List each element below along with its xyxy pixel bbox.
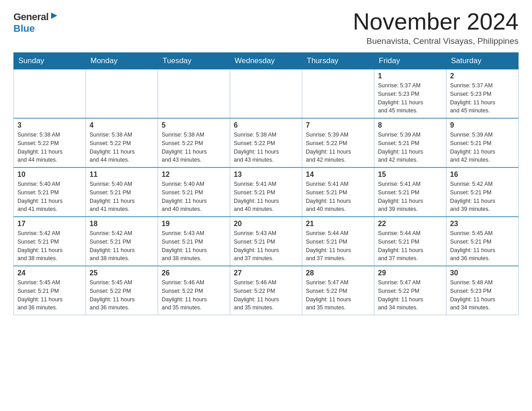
day-number: 20 bbox=[234, 220, 298, 228]
day-info: Sunrise: 5:42 AM Sunset: 5:21 PM Dayligh… bbox=[17, 229, 82, 263]
calendar-day-cell bbox=[86, 69, 158, 119]
calendar-header-row: SundayMondayTuesdayWednesdayThursdayFrid… bbox=[14, 53, 519, 69]
calendar-day-cell bbox=[230, 69, 302, 119]
calendar-day-cell: 5Sunrise: 5:38 AM Sunset: 5:22 PM Daylig… bbox=[158, 118, 230, 167]
calendar-day-cell: 20Sunrise: 5:43 AM Sunset: 5:21 PM Dayli… bbox=[230, 217, 302, 266]
calendar-day-cell: 29Sunrise: 5:47 AM Sunset: 5:22 PM Dayli… bbox=[374, 266, 446, 315]
day-number: 9 bbox=[450, 121, 515, 129]
day-info: Sunrise: 5:48 AM Sunset: 5:23 PM Dayligh… bbox=[450, 278, 515, 312]
day-number: 12 bbox=[162, 171, 226, 179]
day-number: 11 bbox=[90, 171, 154, 179]
column-header-saturday: Saturday bbox=[446, 53, 519, 69]
calendar-day-cell: 14Sunrise: 5:41 AM Sunset: 5:21 PM Dayli… bbox=[302, 167, 374, 217]
day-info: Sunrise: 5:39 AM Sunset: 5:21 PM Dayligh… bbox=[378, 131, 442, 164]
calendar-day-cell: 22Sunrise: 5:44 AM Sunset: 5:21 PM Dayli… bbox=[374, 217, 446, 266]
day-number: 8 bbox=[378, 121, 442, 129]
day-number: 22 bbox=[378, 220, 442, 228]
day-number: 2 bbox=[450, 72, 515, 80]
day-info: Sunrise: 5:45 AM Sunset: 5:21 PM Dayligh… bbox=[450, 229, 515, 263]
day-info: Sunrise: 5:45 AM Sunset: 5:22 PM Dayligh… bbox=[90, 278, 154, 312]
day-info: Sunrise: 5:44 AM Sunset: 5:21 PM Dayligh… bbox=[306, 229, 370, 263]
day-number: 25 bbox=[90, 269, 154, 277]
calendar-day-cell: 8Sunrise: 5:39 AM Sunset: 5:21 PM Daylig… bbox=[374, 118, 446, 167]
day-number: 5 bbox=[162, 121, 226, 129]
day-info: Sunrise: 5:38 AM Sunset: 5:22 PM Dayligh… bbox=[17, 131, 82, 164]
logo: General Blue bbox=[13, 9, 59, 34]
column-header-tuesday: Tuesday bbox=[158, 53, 230, 69]
calendar-day-cell: 10Sunrise: 5:40 AM Sunset: 5:21 PM Dayli… bbox=[14, 167, 86, 217]
day-info: Sunrise: 5:44 AM Sunset: 5:21 PM Dayligh… bbox=[378, 229, 442, 263]
day-info: Sunrise: 5:40 AM Sunset: 5:21 PM Dayligh… bbox=[162, 180, 226, 214]
calendar-week-row: 17Sunrise: 5:42 AM Sunset: 5:21 PM Dayli… bbox=[14, 217, 519, 266]
day-info: Sunrise: 5:39 AM Sunset: 5:21 PM Dayligh… bbox=[450, 131, 515, 164]
calendar-day-cell: 7Sunrise: 5:39 AM Sunset: 5:22 PM Daylig… bbox=[302, 118, 374, 167]
calendar-day-cell bbox=[302, 69, 374, 119]
day-info: Sunrise: 5:41 AM Sunset: 5:21 PM Dayligh… bbox=[234, 180, 298, 214]
calendar-day-cell: 16Sunrise: 5:42 AM Sunset: 5:21 PM Dayli… bbox=[446, 167, 519, 217]
day-info: Sunrise: 5:39 AM Sunset: 5:22 PM Dayligh… bbox=[306, 131, 370, 164]
day-info: Sunrise: 5:38 AM Sunset: 5:22 PM Dayligh… bbox=[90, 131, 154, 164]
calendar-day-cell: 2Sunrise: 5:37 AM Sunset: 5:23 PM Daylig… bbox=[446, 69, 519, 119]
calendar-table: SundayMondayTuesdayWednesdayThursdayFrid… bbox=[13, 52, 519, 315]
day-info: Sunrise: 5:47 AM Sunset: 5:22 PM Dayligh… bbox=[306, 278, 370, 312]
day-number: 24 bbox=[17, 269, 82, 277]
month-title: November 2024 bbox=[353, 9, 519, 34]
day-number: 15 bbox=[378, 171, 442, 179]
logo-blue-text: Blue bbox=[13, 23, 35, 34]
day-number: 21 bbox=[306, 220, 370, 228]
calendar-day-cell: 12Sunrise: 5:40 AM Sunset: 5:21 PM Dayli… bbox=[158, 167, 230, 217]
calendar-day-cell: 21Sunrise: 5:44 AM Sunset: 5:21 PM Dayli… bbox=[302, 217, 374, 266]
calendar-week-row: 3Sunrise: 5:38 AM Sunset: 5:22 PM Daylig… bbox=[14, 118, 519, 167]
calendar-day-cell bbox=[158, 69, 230, 119]
day-number: 17 bbox=[17, 220, 82, 228]
page-header: General Blue November 2024 Buenavista, C… bbox=[13, 9, 519, 46]
day-info: Sunrise: 5:47 AM Sunset: 5:22 PM Dayligh… bbox=[378, 278, 442, 312]
day-info: Sunrise: 5:37 AM Sunset: 5:23 PM Dayligh… bbox=[378, 81, 442, 115]
calendar-day-cell: 24Sunrise: 5:45 AM Sunset: 5:21 PM Dayli… bbox=[14, 266, 86, 315]
day-number: 19 bbox=[162, 220, 226, 228]
day-info: Sunrise: 5:46 AM Sunset: 5:22 PM Dayligh… bbox=[234, 278, 298, 312]
column-header-wednesday: Wednesday bbox=[230, 53, 302, 69]
day-info: Sunrise: 5:45 AM Sunset: 5:21 PM Dayligh… bbox=[17, 278, 82, 312]
day-info: Sunrise: 5:42 AM Sunset: 5:21 PM Dayligh… bbox=[90, 229, 154, 263]
day-info: Sunrise: 5:41 AM Sunset: 5:21 PM Dayligh… bbox=[378, 180, 442, 214]
day-number: 1 bbox=[378, 72, 442, 80]
calendar-day-cell: 15Sunrise: 5:41 AM Sunset: 5:21 PM Dayli… bbox=[374, 167, 446, 217]
calendar-day-cell: 17Sunrise: 5:42 AM Sunset: 5:21 PM Dayli… bbox=[14, 217, 86, 266]
day-info: Sunrise: 5:41 AM Sunset: 5:21 PM Dayligh… bbox=[306, 180, 370, 214]
day-number: 13 bbox=[234, 171, 298, 179]
day-number: 18 bbox=[90, 220, 154, 228]
day-info: Sunrise: 5:43 AM Sunset: 5:21 PM Dayligh… bbox=[162, 229, 226, 263]
calendar-day-cell: 9Sunrise: 5:39 AM Sunset: 5:21 PM Daylig… bbox=[446, 118, 519, 167]
day-number: 27 bbox=[234, 269, 298, 277]
day-number: 6 bbox=[234, 121, 298, 129]
calendar-day-cell: 6Sunrise: 5:38 AM Sunset: 5:22 PM Daylig… bbox=[230, 118, 302, 167]
day-info: Sunrise: 5:40 AM Sunset: 5:21 PM Dayligh… bbox=[17, 180, 82, 214]
calendar-week-row: 24Sunrise: 5:45 AM Sunset: 5:21 PM Dayli… bbox=[14, 266, 519, 315]
calendar-day-cell: 27Sunrise: 5:46 AM Sunset: 5:22 PM Dayli… bbox=[230, 266, 302, 315]
calendar-day-cell: 28Sunrise: 5:47 AM Sunset: 5:22 PM Dayli… bbox=[302, 266, 374, 315]
calendar-week-row: 1Sunrise: 5:37 AM Sunset: 5:23 PM Daylig… bbox=[14, 69, 519, 119]
calendar-day-cell: 3Sunrise: 5:38 AM Sunset: 5:22 PM Daylig… bbox=[14, 118, 86, 167]
calendar-day-cell: 11Sunrise: 5:40 AM Sunset: 5:21 PM Dayli… bbox=[86, 167, 158, 217]
title-block: November 2024 Buenavista, Central Visaya… bbox=[353, 9, 519, 46]
calendar-day-cell: 13Sunrise: 5:41 AM Sunset: 5:21 PM Dayli… bbox=[230, 167, 302, 217]
logo-flag-icon bbox=[49, 12, 59, 21]
logo-general-text: General bbox=[13, 11, 48, 23]
day-number: 16 bbox=[450, 171, 515, 179]
day-number: 29 bbox=[378, 269, 442, 277]
day-number: 23 bbox=[450, 220, 515, 228]
location-title: Buenavista, Central Visayas, Philippines bbox=[353, 36, 519, 46]
day-number: 28 bbox=[306, 269, 370, 277]
calendar-day-cell: 25Sunrise: 5:45 AM Sunset: 5:22 PM Dayli… bbox=[86, 266, 158, 315]
calendar-day-cell: 26Sunrise: 5:46 AM Sunset: 5:22 PM Dayli… bbox=[158, 266, 230, 315]
day-info: Sunrise: 5:46 AM Sunset: 5:22 PM Dayligh… bbox=[162, 278, 226, 312]
calendar-day-cell: 18Sunrise: 5:42 AM Sunset: 5:21 PM Dayli… bbox=[86, 217, 158, 266]
day-info: Sunrise: 5:38 AM Sunset: 5:22 PM Dayligh… bbox=[234, 131, 298, 164]
column-header-sunday: Sunday bbox=[14, 53, 86, 69]
day-number: 7 bbox=[306, 121, 370, 129]
calendar-day-cell: 30Sunrise: 5:48 AM Sunset: 5:23 PM Dayli… bbox=[446, 266, 519, 315]
day-info: Sunrise: 5:42 AM Sunset: 5:21 PM Dayligh… bbox=[450, 180, 515, 214]
column-header-thursday: Thursday bbox=[302, 53, 374, 69]
calendar-day-cell bbox=[14, 69, 86, 119]
